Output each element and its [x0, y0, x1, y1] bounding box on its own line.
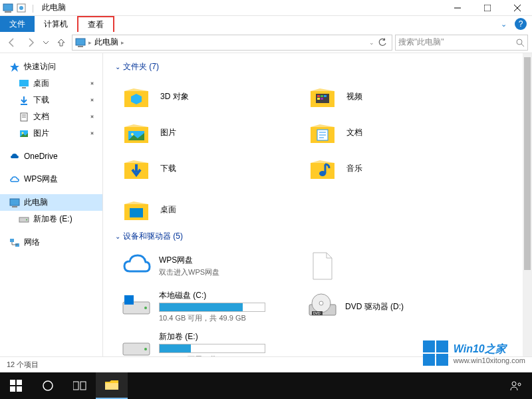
qat-properties-icon[interactable]	[16, 3, 27, 13]
device-drive-e[interactable]: 新加卷 (E:) 6.83 GB 可用，共 9.76 GB	[119, 330, 292, 356]
sidebar-item-wps[interactable]: WPS网盘	[0, 171, 102, 188]
drive-icon	[120, 331, 152, 356]
sidebar-item-documents[interactable]: 文档 ✦	[0, 108, 102, 125]
search-icon	[515, 38, 525, 47]
tab-view[interactable]: 查看	[77, 16, 114, 32]
svg-rect-25	[10, 239, 14, 242]
folder-desktop[interactable]: 桌面	[119, 192, 292, 227]
close-button[interactable]	[502, 0, 532, 16]
folder-downloads[interactable]: 下载	[119, 151, 292, 186]
device-subtext: 双击进入WPS网盘	[159, 267, 219, 277]
svg-rect-9	[78, 46, 83, 47]
folder-3d-objects[interactable]: 3D 对象	[119, 79, 292, 114]
sidebar-item-label: 图片	[33, 128, 49, 139]
sidebar-item-label: 下载	[33, 94, 49, 106]
device-blank-file[interactable]	[305, 249, 478, 283]
sidebar-item-quick-access[interactable]: 快速访问	[0, 59, 102, 75]
folder-label: 桌面	[160, 204, 176, 215]
device-dvd[interactable]: DVD DVD 驱动器 (D:)	[305, 289, 478, 325]
watermark-title: Win10之家	[454, 342, 525, 356]
sidebar-item-pictures[interactable]: 图片 ✦	[0, 125, 102, 142]
folder-videos[interactable]: 视频	[305, 79, 478, 114]
sidebar-item-label: 文档	[33, 111, 49, 122]
folder-label: 3D 对象	[160, 91, 189, 102]
sidebar-item-label: 此电脑	[24, 197, 48, 208]
search-placeholder: 搜索"此电脑"	[398, 37, 515, 48]
breadcrumb-this-pc[interactable]: 此电脑	[94, 37, 118, 48]
breadcrumb-separator-icon[interactable]: ▸	[88, 39, 92, 46]
sidebar-item-downloads[interactable]: 下载 ✦	[0, 92, 102, 108]
svg-point-3	[19, 6, 23, 10]
address-bar[interactable]: ▸ 此电脑 ▸ ⌄	[72, 35, 392, 51]
recent-dropdown-icon[interactable]	[41, 35, 51, 51]
forward-button[interactable]	[23, 35, 39, 51]
folder-music[interactable]: 音乐	[305, 151, 478, 186]
tab-file[interactable]: 文件	[0, 16, 35, 32]
back-button[interactable]	[4, 35, 20, 51]
help-icon[interactable]: ?	[515, 18, 527, 30]
refresh-button[interactable]	[376, 36, 389, 49]
search-input[interactable]: 搜索"此电脑"	[395, 35, 528, 51]
svg-rect-1	[5, 11, 11, 13]
windows-logo-icon	[422, 339, 450, 367]
svg-rect-21	[10, 199, 19, 205]
onedrive-icon	[9, 151, 20, 162]
window-title: 此电脑	[42, 2, 66, 13]
svg-text:DVD: DVD	[313, 311, 321, 315]
folder-label: 音乐	[346, 163, 362, 174]
svg-rect-0	[3, 4, 13, 11]
sidebar-item-onedrive[interactable]: OneDrive	[0, 148, 102, 164]
taskbar-file-explorer[interactable]	[96, 372, 128, 399]
address-dropdown-icon[interactable]: ⌄	[369, 39, 374, 46]
file-icon	[307, 250, 338, 282]
vertical-scrollbar[interactable]	[523, 53, 532, 356]
breadcrumb-separator-icon[interactable]: ▸	[121, 39, 124, 46]
sidebar-item-this-pc[interactable]: 此电脑	[0, 194, 102, 211]
svg-point-47	[144, 307, 147, 309]
pin-icon: ✦	[87, 129, 96, 138]
up-button[interactable]	[53, 35, 69, 51]
svg-point-67	[512, 382, 516, 386]
svg-rect-64	[73, 382, 78, 390]
sidebar-item-desktop[interactable]: 桌面 ✦	[0, 75, 102, 92]
sidebar-item-network[interactable]: 网络	[0, 234, 102, 251]
start-button[interactable]	[0, 372, 32, 399]
maximize-button[interactable]	[472, 0, 502, 16]
folder-pictures[interactable]: 图片	[119, 115, 292, 150]
pin-icon: ✦	[87, 79, 96, 88]
task-view-button[interactable]	[64, 372, 96, 399]
folder-label: 图片	[160, 127, 176, 138]
minimize-button[interactable]	[442, 0, 472, 16]
device-drive-c[interactable]: 本地磁盘 (C:) 10.4 GB 可用，共 49.9 GB	[119, 289, 292, 325]
sidebar-item-label: 桌面	[33, 78, 49, 89]
svg-line-11	[521, 44, 524, 47]
svg-rect-14	[22, 87, 26, 88]
svg-marker-12	[10, 63, 19, 72]
titlebar: | 此电脑	[0, 0, 532, 16]
section-folders[interactable]: ⌄ 文件夹 (7)	[115, 61, 525, 72]
folder-documents[interactable]: 文档	[305, 115, 478, 150]
svg-point-68	[518, 383, 521, 386]
folder-label: 文档	[346, 127, 362, 138]
cortana-button[interactable]	[32, 372, 64, 399]
folder-label: 下载	[160, 163, 176, 174]
people-button[interactable]	[500, 372, 532, 399]
svg-point-54	[144, 348, 147, 350]
tab-computer[interactable]: 计算机	[35, 16, 77, 32]
svg-rect-55	[423, 340, 435, 352]
ribbon-expand-icon[interactable]: ⌄	[501, 20, 507, 29]
svg-rect-46	[124, 295, 134, 305]
svg-point-50	[319, 301, 323, 305]
svg-rect-5	[484, 5, 491, 11]
dvd-drive-icon: DVD	[307, 290, 338, 322]
documents-icon	[19, 112, 29, 122]
svg-rect-65	[80, 382, 86, 390]
watermark-url: www.win10xitong.com	[454, 356, 525, 364]
navigation-bar: ▸ 此电脑 ▸ ⌄ 搜索"此电脑"	[0, 32, 532, 53]
section-devices[interactable]: ⌄ 设备和驱动器 (5)	[115, 231, 525, 242]
device-label: DVD 驱动器 (D:)	[345, 301, 404, 313]
device-wps[interactable]: WPS网盘 双击进入WPS网盘	[119, 249, 292, 283]
content-pane: ⌄ 文件夹 (7) 3D 对象 视频 图片 文档 下载	[103, 53, 532, 356]
device-label: WPS网盘	[159, 255, 219, 266]
sidebar-item-volume-e[interactable]: 新加卷 (E:)	[0, 211, 102, 227]
